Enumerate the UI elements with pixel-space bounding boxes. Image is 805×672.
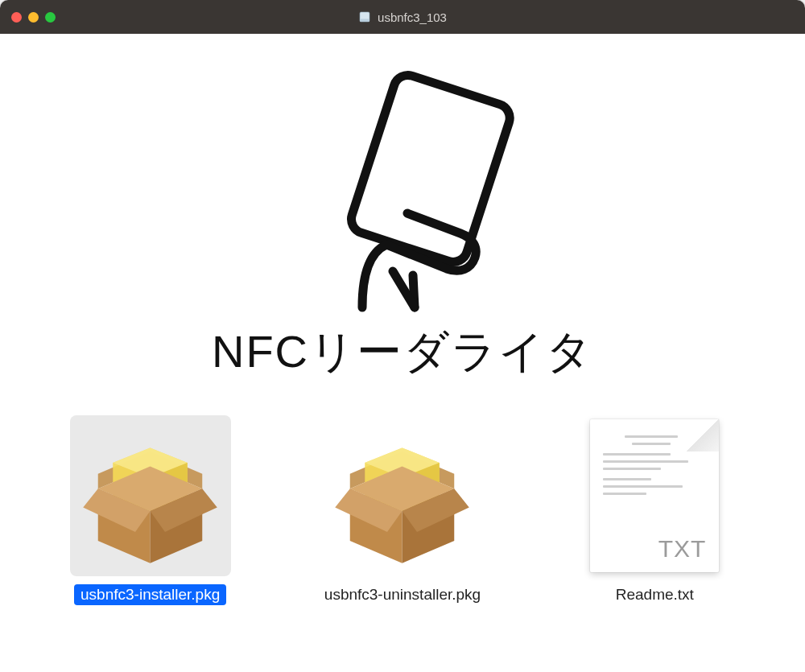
maximize-button[interactable]: [45, 12, 56, 23]
file-item-installer[interactable]: usbnfc3-installer.pkg: [46, 415, 255, 605]
txt-icon: TXT: [590, 419, 719, 572]
pkg-icon: [76, 422, 225, 571]
svg-rect-0: [360, 12, 369, 22]
svg-rect-2: [348, 72, 514, 266]
window-title: usbnfc3_103: [378, 10, 447, 24]
window-content: NFCリーダライタ: [0, 34, 805, 672]
file-icon-wrap: [70, 415, 231, 576]
file-label: usbnfc3-uninstaller.pkg: [318, 584, 487, 605]
disk-icon: [358, 10, 371, 23]
file-grid: usbnfc3-installer.pkg: [32, 415, 773, 605]
file-icon-wrap: [322, 415, 483, 576]
logo-text: NFCリーダライタ: [212, 322, 593, 383]
pkg-icon: [328, 422, 477, 571]
file-label: usbnfc3-installer.pkg: [74, 584, 226, 605]
titlebar[interactable]: usbnfc3_103: [0, 0, 805, 34]
volume-background-logo: NFCリーダライタ: [212, 66, 593, 383]
file-item-readme[interactable]: TXT Readme.txt: [550, 415, 759, 605]
minimize-button[interactable]: [28, 12, 39, 23]
file-icon-wrap: TXT: [574, 415, 735, 576]
txt-extension-label: TXT: [658, 535, 707, 563]
finder-window: usbnfc3_103 NFCリーダライタ: [0, 0, 805, 672]
file-item-uninstaller[interactable]: usbnfc3-uninstaller.pkg: [298, 415, 507, 605]
traffic-lights: [11, 12, 56, 23]
svg-rect-1: [360, 19, 369, 23]
window-title-group: usbnfc3_103: [0, 10, 805, 24]
close-button[interactable]: [11, 12, 22, 23]
file-label: Readme.txt: [609, 584, 700, 605]
nfc-card-hand-icon: [274, 66, 531, 315]
